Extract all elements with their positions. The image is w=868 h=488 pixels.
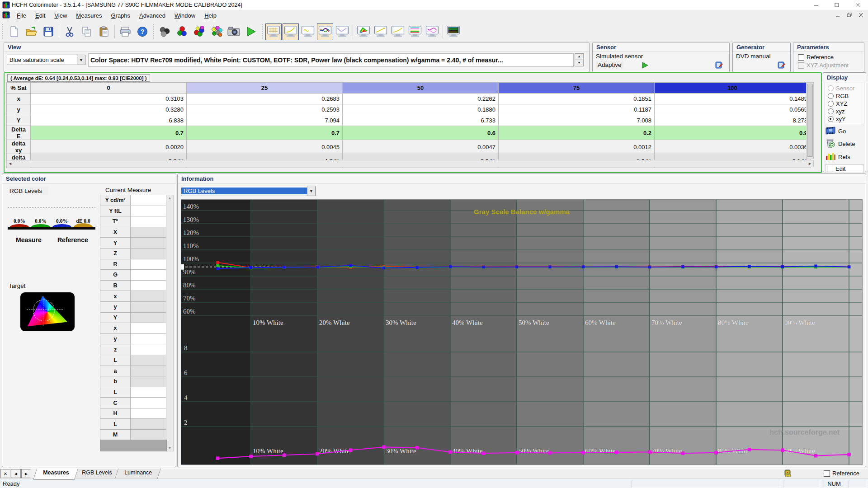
radio-icon[interactable]: [828, 108, 834, 114]
table-cell[interactable]: 0.0036: [655, 140, 811, 154]
reference-checkbox-box[interactable]: [798, 54, 804, 61]
table-cell[interactable]: 6.733: [343, 115, 499, 126]
table-cell[interactable]: 7.094: [187, 115, 343, 126]
toolbar-grip[interactable]: [152, 24, 155, 39]
menu-view[interactable]: View: [50, 11, 71, 20]
measure-row-value[interactable]: [131, 312, 170, 323]
table-cell[interactable]: 0.0565: [655, 104, 811, 115]
measure-row-value[interactable]: [131, 398, 170, 408]
mdi-close-icon[interactable]: [856, 11, 866, 19]
measure-row-value[interactable]: [131, 387, 170, 398]
scroll-down-icon[interactable]: ▼: [166, 446, 173, 450]
statusbar-reference-checkbox[interactable]: Reference: [824, 470, 859, 477]
menu-edit[interactable]: Edit: [31, 11, 50, 20]
table-cell[interactable]: 0.1489: [655, 94, 811, 104]
view-lum-line-icon[interactable]: [373, 23, 389, 40]
menu-graphs[interactable]: Graphs: [106, 11, 135, 20]
view-gamma-line-icon[interactable]: [390, 23, 406, 40]
menu-file[interactable]: File: [12, 11, 31, 20]
table-vertical-scrollbar[interactable]: [806, 82, 814, 159]
display-radio-xyy[interactable]: xyY: [828, 115, 861, 123]
tab-measures[interactable]: Measures: [33, 469, 78, 480]
run-measure-icon[interactable]: [243, 23, 259, 40]
view-nearblack-icon[interactable]: [300, 23, 316, 40]
table-cell[interactable]: 0.2593: [187, 104, 343, 115]
go-button[interactable]: Go: [825, 126, 864, 136]
measure-row-value[interactable]: [131, 206, 170, 216]
chevron-down-icon[interactable]: ▼: [77, 55, 85, 65]
display-radio-xyz[interactable]: xyz: [828, 108, 861, 115]
radio-icon[interactable]: [828, 116, 834, 122]
table-vscroll-thumb[interactable]: [807, 84, 813, 157]
view-rgb-levels-icon[interactable]: [317, 23, 333, 40]
measure-row-value[interactable]: [131, 238, 170, 249]
tab-prev-icon[interactable]: ◄: [11, 469, 21, 478]
menu-advanced[interactable]: Advanced: [135, 11, 170, 20]
table-cell[interactable]: 0.7: [31, 126, 187, 140]
edit-checkbox-box[interactable]: [827, 166, 833, 172]
close-button[interactable]: [847, 0, 868, 10]
measure-row-value[interactable]: [131, 366, 170, 376]
view-luminance-icon[interactable]: [334, 23, 350, 40]
cut-icon[interactable]: [61, 23, 78, 40]
view-mode-dropdown[interactable]: Blue saturation scale ▼: [7, 55, 85, 65]
measure-row-value[interactable]: [131, 227, 170, 238]
table-cell[interactable]: 0.9: [655, 126, 811, 140]
measure-row-value[interactable]: [131, 408, 170, 419]
table-horizontal-scrollbar[interactable]: ◄ ►: [6, 160, 814, 167]
print-icon[interactable]: [117, 23, 133, 40]
measure-row-value[interactable]: [131, 291, 170, 302]
table-cell[interactable]: 0.1187: [499, 104, 655, 115]
view-colortemp-icon[interactable]: [407, 23, 423, 40]
current-measure-scrollbar[interactable]: ▲ ▼: [166, 195, 174, 451]
refs-button[interactable]: Refs: [825, 151, 864, 163]
chevron-down-icon[interactable]: ▼: [307, 186, 315, 196]
measure-row-value[interactable]: [131, 333, 170, 344]
measure-row-value[interactable]: [131, 430, 170, 441]
measure-row-value[interactable]: [131, 419, 170, 430]
graph-type-dropdown[interactable]: RGB Levels ▼: [181, 186, 316, 196]
table-cell[interactable]: 0.1851: [499, 94, 655, 104]
measure-row-value[interactable]: [131, 344, 170, 355]
snapshot-icon[interactable]: [226, 23, 242, 40]
scroll-left-icon[interactable]: ◄: [7, 161, 12, 166]
copy-icon[interactable]: [79, 23, 95, 40]
mdi-restore-icon[interactable]: [844, 11, 854, 19]
measure-primaries-icon[interactable]: [191, 23, 208, 40]
measure-row-value[interactable]: [131, 259, 170, 270]
view-free-icon[interactable]: [445, 23, 462, 40]
col-header-0[interactable]: 0: [31, 83, 187, 94]
tab-close-icon[interactable]: ✕: [0, 469, 10, 478]
maximize-button[interactable]: [826, 0, 847, 10]
measure-rgb-icon[interactable]: [174, 23, 190, 40]
paste-icon[interactable]: [96, 23, 112, 40]
radio-icon[interactable]: [828, 101, 834, 107]
statusbar-reference-box[interactable]: [824, 470, 830, 477]
minimize-button[interactable]: [806, 0, 826, 10]
scroll-right-icon[interactable]: ►: [808, 161, 813, 166]
measure-row-value[interactable]: [131, 270, 170, 281]
col-header-50[interactable]: 50: [343, 83, 499, 94]
view-cie-icon[interactable]: [355, 23, 372, 40]
sensor-run-icon[interactable]: [642, 62, 649, 69]
spin-down-icon[interactable]: ▼: [575, 60, 584, 66]
table-cell[interactable]: 0.3103: [31, 94, 187, 104]
menu-window[interactable]: Window: [170, 11, 200, 20]
col-header-25[interactable]: 25: [187, 83, 343, 94]
measure-secondaries-icon[interactable]: [208, 23, 225, 40]
edit-checkbox[interactable]: Edit: [825, 164, 864, 173]
table-cell[interactable]: 0.2262: [343, 94, 499, 104]
measure-row-value[interactable]: [131, 376, 170, 387]
measure-row-value[interactable]: [131, 323, 170, 334]
table-cell[interactable]: 0.6: [343, 126, 499, 140]
new-document-icon[interactable]: [6, 23, 22, 40]
view-measures-grid-icon[interactable]: [265, 23, 282, 40]
measure-row-value[interactable]: [131, 195, 170, 206]
tab-next-icon[interactable]: ►: [21, 469, 31, 478]
save-icon[interactable]: [40, 23, 57, 40]
spin-up-icon[interactable]: ▲: [575, 53, 584, 60]
table-cell[interactable]: 0.0020: [31, 140, 187, 154]
table-cell[interactable]: 0.2683: [187, 94, 343, 104]
table-cell[interactable]: 0.3280: [31, 104, 187, 115]
measure-row-value[interactable]: [131, 355, 170, 366]
